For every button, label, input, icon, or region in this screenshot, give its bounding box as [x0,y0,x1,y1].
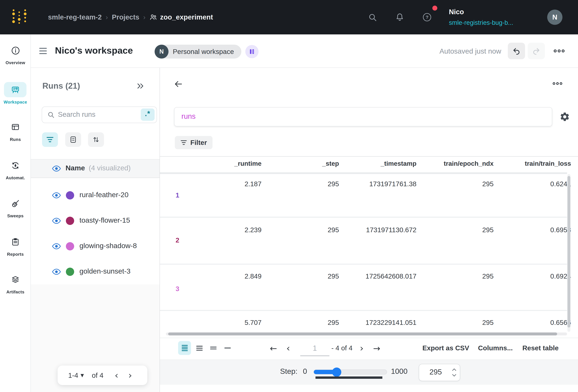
redo-icon [532,47,540,55]
col-header-runtime[interactable]: _runtime [234,160,262,167]
runs-table-icon [11,123,20,132]
page-title: Nico's workspace [55,45,133,56]
workspace-badge[interactable]: N Personal workspace [155,45,258,59]
avatar[interactable]: N [547,10,562,25]
runs-prev-page-icon[interactable]: ‹ [115,370,118,381]
notification-bell-icon[interactable] [395,13,404,22]
sidebar-item-artifacts[interactable]: Artifacts [0,275,31,308]
run-row[interactable]: glowing-shadow-8 [31,234,160,259]
table-row[interactable]: 3 2.849 295 1725642608.017 295 0.6924 [160,264,578,311]
step-value[interactable]: 295 [419,368,452,376]
left-sidebar: Overview Workspace Runs [0,34,31,392]
prev-page-icon[interactable]: ‹ [286,343,290,354]
search-runs-box[interactable]: Search runs .* [42,107,157,123]
wandb-logo[interactable] [10,7,29,27]
step-slider[interactable] [313,370,387,374]
columns-button[interactable]: Columns... [478,344,513,352]
collapse-panel-icon[interactable] [136,82,145,90]
runs-page-of: of 4 [92,371,103,379]
undo-button[interactable] [508,43,525,59]
query-input[interactable]: runs [174,107,552,126]
sidebar-item-runs[interactable]: Runs [0,123,31,156]
export-csv-button[interactable]: Export as CSV [422,344,469,352]
run-name[interactable]: toasty-flower-15 [79,216,130,225]
spinner-down-icon[interactable] [452,374,457,377]
runs-col-name: Name [66,164,85,172]
regex-toggle-button[interactable]: .* [141,109,155,121]
breadcrumb-projects[interactable]: Projects [112,13,139,21]
runs-page-range[interactable]: 1-4 [68,371,78,379]
col-header-timestamp[interactable]: _timestamp [381,160,416,167]
first-page-icon[interactable]: ← [270,343,277,353]
table-row[interactable]: 2 2.239 295 1731971130.672 295 0.6958 [160,217,578,264]
run-name[interactable]: rural-feather-20 [79,191,128,199]
runs-display-button[interactable] [65,132,81,147]
run-name[interactable]: glowing-shadow-8 [79,242,137,250]
breadcrumb-project[interactable]: zoo_experiment [160,13,213,21]
breadcrumb-team[interactable]: smle-reg-team-2 [48,13,102,21]
table-row[interactable]: 5.707 295 1723229141.051 295 0.6566 [160,311,578,332]
sidebar-item-automations[interactable]: Automat. [0,161,31,194]
col-header-step[interactable]: _step [322,160,339,167]
filter-icon [180,140,187,145]
menu-icon[interactable] [39,47,47,55]
table-settings-gear-icon[interactable] [559,111,570,122]
notification-dot [432,6,437,11]
sidebar-item-reports[interactable]: Reports [0,238,31,271]
step-loaded-bar [315,376,382,379]
row-height-medium-button[interactable] [193,341,206,355]
sidebar-item-workspace[interactable]: Workspace [0,81,31,117]
filter-button[interactable]: Filter [175,136,213,149]
row-height-large-button[interactable] [207,341,220,355]
table-horizontal-scrollbar[interactable] [166,332,567,335]
run-name[interactable]: golden-sunset-3 [79,267,130,276]
col-header-loss[interactable]: train/train_loss [525,160,571,167]
user-org[interactable]: smle-registries-bug-b... [449,19,513,26]
top-navbar: smle-reg-team-2 › Projects › zoo_experim… [0,0,578,34]
sidebar-item-sweeps[interactable]: Sweeps [0,199,31,232]
reset-table-button[interactable]: Reset table [522,344,559,352]
col-header-epoch[interactable]: train/epoch_ndx [444,160,494,167]
runs-sort-button[interactable] [88,132,104,147]
page-number-input[interactable]: 1 [300,341,329,356]
row-height-xlarge-button[interactable] [221,341,234,355]
svg-text:?: ? [426,15,428,20]
run-row[interactable]: rural-feather-20 [31,183,160,208]
row-height-small-button[interactable] [178,341,191,355]
runs-panel: Runs (21) Search runs .* [31,68,160,392]
user-name[interactable]: Nico [449,8,464,16]
runs-list-header[interactable]: Name (4 visualized) [31,159,160,178]
filter-label: Filter [190,139,207,147]
automations-icon [11,161,20,170]
eye-icon[interactable] [52,243,61,250]
run-color-dot [66,268,74,276]
info-icon [11,46,20,55]
back-arrow-icon[interactable] [173,79,183,89]
runs-filter-button[interactable] [42,132,58,147]
run-row[interactable]: golden-sunset-3 [31,259,160,284]
next-page-icon[interactable]: › [360,343,363,354]
table-row[interactable]: 1 2.187 295 1731971761.38 295 0.6241 [160,174,578,217]
spinner-up-icon[interactable] [452,368,457,371]
run-row[interactable]: toasty-flower-15 [31,208,160,234]
sidebar-item-overview[interactable]: Overview [0,34,31,67]
eye-icon[interactable] [52,268,61,275]
eye-icon[interactable] [52,192,61,199]
step-slider-handle[interactable] [332,367,341,377]
runs-next-page-icon[interactable]: › [128,370,132,381]
last-page-icon[interactable]: → [373,343,380,353]
table-vertical-scrollbar[interactable] [567,174,570,332]
table-overflow-menu-icon[interactable] [553,82,562,85]
eye-icon[interactable] [52,217,61,224]
step-max: 1000 [391,367,408,376]
eye-icon[interactable] [52,165,61,172]
team-icon [149,13,157,21]
page-size-dropdown-icon[interactable]: ▼ [81,373,84,378]
redo-button[interactable] [528,43,545,59]
runs-col-visualized: (4 visualized) [89,164,131,172]
step-value-spinner[interactable]: 295 [419,364,460,381]
search-icon[interactable] [368,13,377,22]
panel-settings-button[interactable] [245,45,258,58]
help-icon[interactable]: ? [422,13,432,22]
header-overflow-menu-icon[interactable] [554,49,565,53]
